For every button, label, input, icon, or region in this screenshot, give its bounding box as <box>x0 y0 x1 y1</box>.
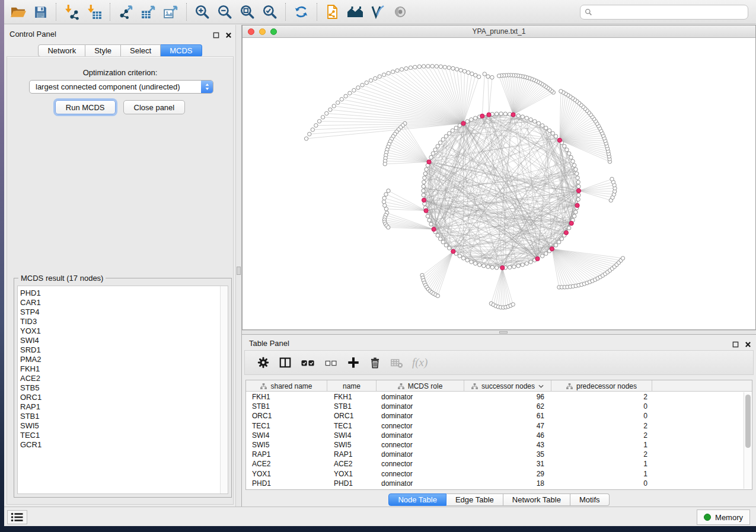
delete-trash-button[interactable] <box>369 357 381 369</box>
vertical-splitter[interactable] <box>235 25 242 507</box>
tab-motifs[interactable]: Motifs <box>570 493 610 506</box>
tab-style[interactable]: Style <box>85 44 121 57</box>
table-cell: YOX1 <box>246 470 327 478</box>
export-table-button[interactable] <box>137 1 160 23</box>
open-file-button[interactable] <box>7 1 29 23</box>
network-overview-doc-button[interactable] <box>321 1 344 23</box>
close-panel-icon[interactable] <box>745 339 751 350</box>
vizmapper-button[interactable] <box>366 1 389 23</box>
float-panel-icon[interactable] <box>732 339 739 350</box>
mcds-result-node[interactable]: SRD1 <box>20 345 228 355</box>
table-header-row: shared namenameMCDS rolesuccessor nodesp… <box>246 380 752 392</box>
mcds-result-node[interactable]: STB5 <box>20 383 228 393</box>
table-row[interactable]: ACE2ACE2connector311 <box>246 459 744 469</box>
column-header-name[interactable]: name <box>327 380 377 392</box>
table-cell: 18 <box>464 479 551 488</box>
select-all-checks-button[interactable] <box>301 356 315 369</box>
split-columns-button[interactable] <box>279 356 292 369</box>
import-network-button[interactable] <box>60 1 83 23</box>
zoom-selected-button[interactable] <box>259 1 281 23</box>
export-image-button[interactable] <box>160 1 182 23</box>
table-row[interactable]: TEC1TEC1connector472 <box>246 421 744 431</box>
close-panel-icon[interactable] <box>225 30 232 41</box>
mcds-result-node[interactable]: SWI4 <box>20 336 228 345</box>
table-cell: 2 <box>551 393 652 401</box>
export-network-button[interactable] <box>114 1 137 23</box>
mcds-result-list[interactable]: PHD1CAR1STP4TID3YOX1SWI4SRD1PMA2FKH1ACE2… <box>17 286 228 494</box>
mcds-result-node[interactable]: RAP1 <box>20 402 228 412</box>
mcds-result-node[interactable]: TEC1 <box>20 431 228 440</box>
toolbar-separator <box>186 3 187 21</box>
mcds-result-node[interactable]: SWI5 <box>20 421 228 431</box>
table-scrollbar-thumb[interactable] <box>745 395 751 448</box>
table-row[interactable]: STB1STB1dominator620 <box>246 402 744 411</box>
sort-desc-icon <box>538 384 544 388</box>
home-view-button[interactable] <box>344 1 366 23</box>
column-header-MCDS-role[interactable]: MCDS role <box>377 380 464 392</box>
table-row[interactable]: ORC1ORC1dominator610 <box>246 411 744 421</box>
float-panel-icon[interactable] <box>213 30 219 41</box>
table-row[interactable]: FKH1FKH1dominator962 <box>246 392 744 402</box>
table-row[interactable]: RAP1RAP1dominator352 <box>246 450 744 459</box>
result-scrollbar[interactable] <box>220 286 228 493</box>
run-mcds-button[interactable]: Run MCDS <box>55 100 116 114</box>
save-session-button[interactable] <box>29 1 52 23</box>
tab-edge-table[interactable]: Edge Table <box>446 493 503 506</box>
table-cell: 1 <box>551 460 652 468</box>
table-panel-titlebar: Table Panel <box>242 335 756 351</box>
memory-button[interactable]: Memory <box>697 509 750 525</box>
mcds-result-node[interactable]: ORC1 <box>20 393 228 402</box>
table-row[interactable]: SWI4SWI4dominator462 <box>246 431 744 440</box>
close-panel-button[interactable]: Close panel <box>123 100 186 114</box>
settings-gear-button[interactable] <box>257 356 270 369</box>
table-cell: SWI4 <box>246 431 327 440</box>
table-cell: 47 <box>464 422 551 430</box>
tab-mcds[interactable]: MCDS <box>161 44 202 57</box>
table-cell: YOX1 <box>327 470 377 478</box>
horizontal-splitter-grip[interactable] <box>499 331 508 334</box>
search-input[interactable] <box>595 8 744 16</box>
toolbar-separator <box>285 3 286 21</box>
mcds-result-node[interactable]: CAR1 <box>20 298 228 307</box>
zoom-in-button[interactable] <box>191 1 213 23</box>
column-header-shared-name[interactable]: shared name <box>246 380 327 392</box>
zoom-out-button[interactable] <box>213 1 236 23</box>
vertical-splitter-grip[interactable] <box>237 267 241 275</box>
table-row[interactable]: YOX1YOX1connector291 <box>246 469 744 479</box>
horizontal-splitter[interactable] <box>242 330 756 335</box>
hide-panel-eye-button[interactable] <box>389 1 412 23</box>
table-row[interactable]: PHD1PHD1dominator180 <box>246 479 744 488</box>
deselect-all-checks-button[interactable] <box>324 357 338 368</box>
mcds-result-node[interactable]: GCR1 <box>20 440 228 450</box>
mcds-result-node[interactable]: TID3 <box>20 317 228 326</box>
table-cell: dominator <box>377 402 464 411</box>
mcds-result-node[interactable]: STB1 <box>20 412 228 421</box>
network-canvas[interactable] <box>243 38 755 329</box>
refresh-view-button[interactable] <box>290 1 312 23</box>
table-row[interactable]: SWI5SWI5connector431 <box>246 440 744 450</box>
mcds-result-node[interactable]: PMA2 <box>20 355 228 364</box>
table-cell: STB1 <box>327 402 377 411</box>
tab-select[interactable]: Select <box>121 44 161 57</box>
table-scrollbar[interactable] <box>744 392 751 489</box>
mcds-result-node[interactable]: FKH1 <box>20 364 228 374</box>
mcds-result-node[interactable]: YOX1 <box>20 326 228 336</box>
tab-node-table[interactable]: Node Table <box>388 493 446 506</box>
column-header-predecessor-nodes[interactable]: predecessor nodes <box>551 380 652 392</box>
mcds-result-node[interactable]: PHD1 <box>20 289 228 298</box>
optimization-criterion-select[interactable]: largest connected component (undirected) <box>29 80 213 94</box>
mcds-result-node[interactable]: ACE2 <box>20 374 228 383</box>
task-history-button[interactable] <box>7 510 27 524</box>
zoom-fit-button[interactable] <box>236 1 259 23</box>
mcds-result-title: MCDS result (17 nodes) <box>18 274 106 283</box>
column-header-successor-nodes[interactable]: successor nodes <box>464 380 551 392</box>
search-field[interactable] <box>580 5 748 20</box>
import-table-button[interactable] <box>83 1 106 23</box>
add-plus-button[interactable] <box>347 356 360 369</box>
tree-glyph-icon <box>398 383 404 389</box>
tab-network[interactable]: Network <box>38 44 85 57</box>
delete-table-button <box>390 356 403 369</box>
table-cell: RAP1 <box>327 450 377 459</box>
tab-network-table[interactable]: Network Table <box>503 493 570 506</box>
mcds-result-node[interactable]: STP4 <box>20 307 228 317</box>
